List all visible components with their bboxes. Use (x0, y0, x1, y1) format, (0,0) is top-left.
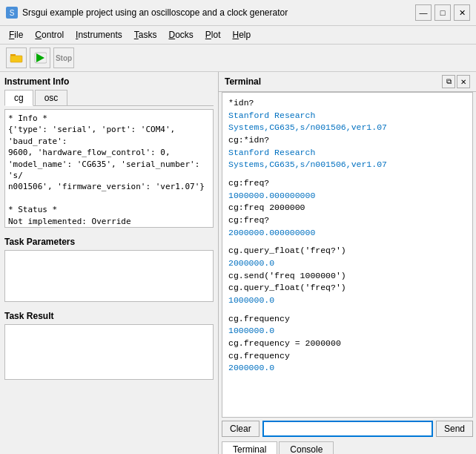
terminal-line: cg:freq? (228, 177, 466, 190)
terminal-header-buttons: ⧉ ✕ (442, 75, 470, 88)
run-icon (33, 51, 47, 65)
terminal-output: *idn?Stanford Research Systems,CG635,s/n… (222, 92, 473, 418)
toolbar: Stop (0, 45, 476, 72)
terminal-header: Terminal ⧉ ✕ (219, 72, 476, 92)
menu-bar: File Control Instruments Tasks Docks Plo… (0, 26, 476, 45)
tab-osc[interactable]: osc (35, 90, 68, 105)
terminal-line: cg.send('freq 1000000') (228, 270, 466, 283)
instrument-info-title: Instrument Info (4, 76, 214, 87)
info-line-5: n001506', 'firmware_version': 'ver1.07'} (8, 181, 210, 192)
clear-button[interactable]: Clear (222, 421, 260, 437)
task-result-title: Task Result (4, 311, 214, 321)
terminal-line: cg:freq? (228, 214, 466, 227)
terminal-line: *idn? (228, 97, 466, 110)
task-params-box (4, 250, 214, 302)
terminal-line: cg.query_float('freq?') (228, 245, 466, 257)
title-bar: S Srsgui example project using an oscill… (0, 0, 476, 26)
terminal-tabs: Terminal Console (219, 440, 476, 454)
terminal-input[interactable] (262, 421, 433, 437)
terminal-line: 2000000.0 (228, 257, 466, 270)
terminal-line: cg.frequency (228, 350, 466, 363)
info-line-2: {'type': 'serial', 'port': 'COM4', 'baud… (8, 124, 210, 147)
info-line-3: 9600, 'hardware_flow_control': 0, (8, 147, 210, 158)
terminal-line: 2000000.0 (228, 362, 466, 375)
minimize-button[interactable]: — (415, 4, 432, 21)
open-button[interactable] (6, 47, 27, 68)
instrument-info-box: * Info * {'type': 'serial', 'port': 'COM… (4, 109, 214, 228)
terminal-line: 1000000.0 (228, 295, 466, 307)
tab-terminal[interactable]: Terminal (222, 441, 277, 454)
info-blank-1 (8, 193, 210, 204)
terminal-line: 2000000.000000000 (228, 227, 466, 240)
terminal-blank (228, 171, 466, 177)
right-panel: Terminal ⧉ ✕ *idn?Stanford Research Syst… (219, 72, 476, 454)
instrument-info-section: Instrument Info cg osc * Info * {'type':… (0, 72, 218, 232)
terminal-line: cg.frequency = 2000000 (228, 338, 466, 350)
terminal-line: cg.query_float('freq?') (228, 282, 466, 295)
info-line-4: 'model_name': 'CG635', 'serial_number': … (8, 159, 210, 182)
folder-icon (10, 51, 23, 65)
svg-rect-0 (10, 54, 16, 56)
window-title: Srsgui example project using an oscillos… (22, 7, 288, 18)
menu-help[interactable]: Help (227, 27, 257, 42)
maximize-button[interactable]: □ (434, 4, 451, 21)
terminal-blank (228, 239, 466, 245)
terminal-line: cg:freq 2000000 (228, 202, 466, 214)
terminal-line: 1000000.000000000 (228, 190, 466, 203)
main-layout: Instrument Info cg osc * Info * {'type':… (0, 72, 476, 454)
run-button[interactable] (30, 47, 50, 68)
menu-docks[interactable]: Docks (162, 27, 199, 42)
svg-marker-2 (36, 53, 44, 62)
terminal-input-row: Clear Send (219, 418, 476, 440)
close-button[interactable]: ✕ (454, 4, 470, 21)
tab-cg[interactable]: cg (4, 90, 33, 106)
window-controls: — □ ✕ (415, 4, 470, 21)
terminal-line: Stanford Research Systems,CG635,s/n00150… (228, 147, 466, 171)
terminal-blank (228, 307, 466, 313)
info-line-7: Not implemented: Override (8, 216, 210, 227)
instrument-tabs: cg osc (4, 90, 214, 106)
task-params-section: Task Parameters (0, 232, 218, 306)
task-result-box (4, 324, 214, 380)
send-button[interactable]: Send (436, 421, 473, 437)
app-icon: S (6, 7, 18, 19)
terminal-line: 1000000.0 (228, 325, 466, 338)
terminal-close-button[interactable]: ✕ (457, 75, 470, 88)
info-line-1: * Info * (8, 113, 210, 124)
left-panel: Instrument Info cg osc * Info * {'type':… (0, 72, 219, 454)
task-result-section: Task Result (0, 306, 218, 454)
terminal-line: cg:*idn? (228, 134, 466, 147)
task-params-title: Task Parameters (4, 237, 214, 247)
terminal-title: Terminal (225, 76, 261, 87)
menu-file[interactable]: File (3, 27, 29, 42)
terminal-restore-button[interactable]: ⧉ (442, 75, 455, 88)
menu-control[interactable]: Control (29, 27, 70, 42)
svg-rect-1 (10, 56, 22, 62)
menu-instruments[interactable]: Instruments (70, 27, 128, 42)
menu-tasks[interactable]: Tasks (128, 27, 163, 42)
terminal-line: cg.frequency (228, 313, 466, 326)
info-line-6: * Status * (8, 204, 210, 215)
menu-plot[interactable]: Plot (199, 27, 227, 42)
tab-console[interactable]: Console (279, 441, 334, 454)
info-line-8: Instrument.get_status() to returns a sta… (8, 227, 210, 228)
stop-button[interactable]: Stop (53, 47, 74, 68)
terminal-line: Stanford Research Systems,CG635,s/n00150… (228, 110, 466, 134)
